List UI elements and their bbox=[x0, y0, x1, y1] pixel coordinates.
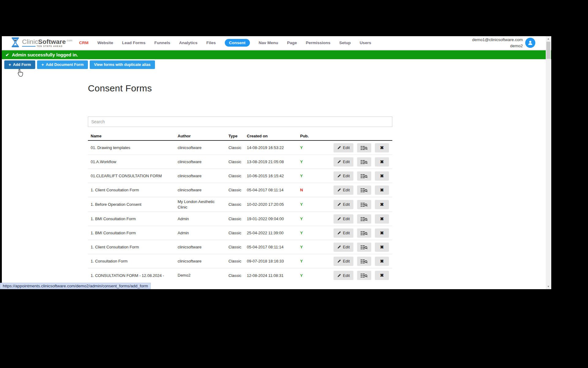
nav-setup[interactable]: Setup bbox=[339, 40, 351, 45]
edit-button[interactable]: Edit bbox=[334, 214, 353, 224]
form-author: Admin bbox=[178, 230, 228, 236]
edit-button[interactable]: Edit bbox=[334, 228, 353, 238]
list-search-button[interactable] bbox=[357, 214, 371, 224]
list-search-icon bbox=[361, 146, 368, 150]
list-search-icon bbox=[361, 273, 368, 278]
pub-value: Y bbox=[300, 259, 333, 263]
search-input[interactable] bbox=[88, 117, 392, 127]
delete-button[interactable]: ✖ bbox=[375, 243, 389, 252]
pencil-icon bbox=[337, 160, 341, 164]
edit-button[interactable]: Edit bbox=[334, 271, 353, 280]
browser-viewport: ClinicSoftware.com TEN STEPS AHEAD CRM W… bbox=[2, 36, 551, 289]
user-avatar-icon[interactable] bbox=[525, 38, 535, 48]
edit-button[interactable]: Edit bbox=[334, 257, 353, 266]
table-row: 1. Client Consultation Form clinicsoftwa… bbox=[88, 183, 392, 197]
edit-button[interactable]: Edit bbox=[334, 171, 353, 181]
form-author: Demo2 bbox=[178, 273, 228, 278]
edit-button[interactable]: Edit bbox=[334, 186, 353, 195]
nav-nav-menu[interactable]: Nav Menu bbox=[259, 40, 278, 45]
nav-users[interactable]: Users bbox=[360, 40, 371, 45]
nav-crm[interactable]: CRM bbox=[79, 40, 89, 45]
delete-button[interactable]: ✖ bbox=[375, 271, 389, 280]
nav-page[interactable]: Page bbox=[287, 40, 297, 45]
form-created: 25-04-2022 11:39:00 bbox=[247, 231, 300, 235]
form-created: 13-08-2019 21:05:08 bbox=[247, 159, 300, 164]
add-form-button[interactable]: + Add Form bbox=[4, 60, 35, 69]
edit-button[interactable]: Edit bbox=[334, 200, 353, 209]
list-search-button[interactable] bbox=[357, 271, 371, 280]
nav-consent-active[interactable]: Consent bbox=[225, 39, 250, 47]
close-icon: ✖ bbox=[380, 216, 384, 222]
list-search-button[interactable] bbox=[357, 257, 371, 266]
col-header-pub: Pub. bbox=[300, 134, 333, 138]
form-author: Admin bbox=[178, 216, 228, 222]
form-type: Classic bbox=[228, 174, 247, 178]
logo-underline bbox=[22, 46, 36, 47]
edit-button[interactable]: Edit bbox=[334, 243, 353, 252]
close-icon: ✖ bbox=[380, 230, 384, 236]
pub-value: Y bbox=[300, 159, 333, 164]
delete-button[interactable]: ✖ bbox=[375, 214, 389, 224]
delete-button[interactable]: ✖ bbox=[375, 200, 389, 209]
form-type: Classic bbox=[228, 145, 247, 150]
pub-value: Y bbox=[300, 174, 333, 178]
plus-icon: + bbox=[9, 63, 11, 66]
delete-button[interactable]: ✖ bbox=[375, 157, 389, 167]
col-header-created: Created on bbox=[247, 134, 300, 138]
form-created: 10-02-2020 17:20:05 bbox=[247, 202, 300, 207]
add-document-form-button[interactable]: + Add Document Form bbox=[37, 60, 88, 69]
form-name: 1. BMI Consultation Form bbox=[88, 217, 178, 221]
delete-button[interactable]: ✖ bbox=[375, 143, 389, 152]
nav-analytics[interactable]: Analytics bbox=[179, 40, 198, 45]
delete-button[interactable]: ✖ bbox=[375, 171, 389, 181]
pencil-icon bbox=[337, 188, 341, 192]
list-search-button[interactable] bbox=[357, 228, 371, 238]
form-name: 1. Before Operation Consent bbox=[88, 202, 178, 207]
form-name: 01. Drawing templates bbox=[88, 145, 178, 150]
user-account: demo2 bbox=[472, 43, 523, 49]
nav-files[interactable]: Files bbox=[206, 40, 216, 45]
list-search-button[interactable] bbox=[357, 157, 371, 167]
scroll-up-arrow-icon[interactable]: ▲ bbox=[546, 36, 551, 41]
list-search-button[interactable] bbox=[357, 143, 371, 152]
form-author: clinicsoftware bbox=[178, 173, 228, 179]
pub-value: Y bbox=[300, 273, 333, 278]
list-search-button[interactable] bbox=[357, 186, 371, 195]
nav-lead-forms[interactable]: Lead Forms bbox=[122, 40, 145, 45]
success-message: Admin successfully logged in. bbox=[12, 52, 78, 57]
form-created: 05-04-2017 08:11:14 bbox=[247, 188, 300, 192]
list-search-icon bbox=[361, 217, 368, 221]
success-banner: ✔ Admin successfully logged in. bbox=[2, 50, 551, 59]
mouse-cursor-hand-icon bbox=[16, 68, 24, 79]
delete-button[interactable]: ✖ bbox=[375, 228, 389, 238]
list-search-icon bbox=[361, 174, 368, 178]
edit-button[interactable]: Edit bbox=[334, 143, 353, 152]
delete-button[interactable]: ✖ bbox=[375, 186, 389, 195]
vertical-scrollbar[interactable]: ▲ ▼ bbox=[546, 36, 551, 289]
scrollbar-thumb[interactable] bbox=[546, 42, 550, 59]
delete-button[interactable]: ✖ bbox=[375, 257, 389, 266]
close-icon: ✖ bbox=[380, 187, 384, 193]
list-search-button[interactable] bbox=[357, 243, 371, 252]
nav-permissions[interactable]: Permissions bbox=[306, 40, 330, 45]
form-name: 01.CLEARLIFT CONSULTATION FORM bbox=[88, 174, 178, 178]
table-row: 01.CLEARLIFT CONSULTATION FORM clinicsof… bbox=[88, 169, 392, 183]
form-created: 14-08-2019 16:53:22 bbox=[247, 145, 300, 150]
form-created: 09-07-2018 18:16:33 bbox=[247, 259, 300, 263]
close-icon: ✖ bbox=[380, 173, 384, 179]
nav-website[interactable]: Website bbox=[97, 40, 113, 45]
scroll-down-arrow-icon[interactable]: ▼ bbox=[546, 284, 551, 289]
list-search-button[interactable] bbox=[357, 171, 371, 181]
pencil-icon bbox=[337, 146, 341, 150]
clinicsoftware-logo[interactable]: ClinicSoftware.com TEN STEPS AHEAD bbox=[11, 37, 72, 49]
screen: ClinicSoftware.com TEN STEPS AHEAD CRM W… bbox=[0, 0, 588, 368]
pub-value: Y bbox=[300, 202, 333, 207]
form-name: 1. BMI Consultation Form bbox=[88, 231, 178, 235]
view-duplicate-alias-button[interactable]: View forms with duplicate alias bbox=[90, 60, 155, 69]
edit-button[interactable]: Edit bbox=[334, 157, 353, 167]
nav-funnels[interactable]: Funnels bbox=[154, 40, 170, 45]
list-search-icon bbox=[361, 202, 368, 207]
form-type: Classic bbox=[228, 231, 247, 235]
page-title: Consent Forms bbox=[88, 82, 392, 94]
list-search-button[interactable] bbox=[357, 200, 371, 209]
